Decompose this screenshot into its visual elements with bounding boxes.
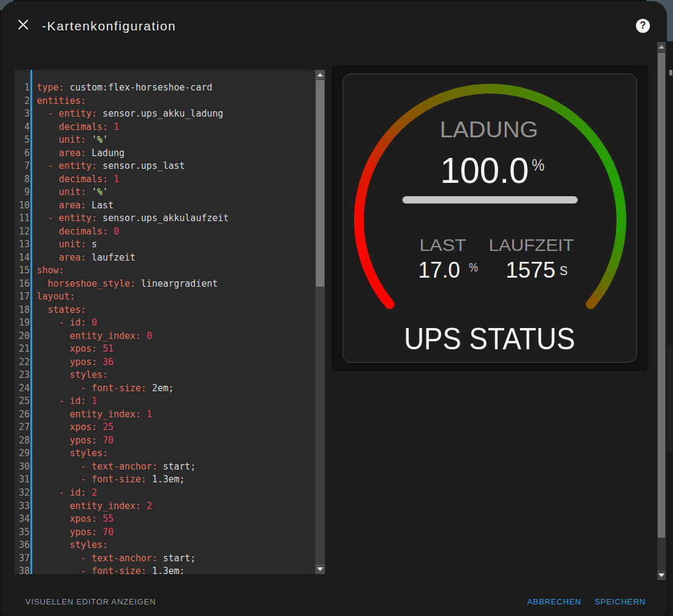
- code-line[interactable]: layout:: [37, 290, 229, 304]
- line-number: 8: [15, 173, 30, 187]
- yaml-code-editor[interactable]: 1234567891011121314151617181920212223242…: [15, 70, 325, 574]
- code-line[interactable]: - id: 2: [37, 487, 229, 500]
- editor-gutter-divider: [30, 70, 32, 574]
- card-preview-area: LADUNG 100.0 % LAST LAUFZEIT 17.0 % 1575…: [332, 65, 648, 371]
- card-title: UPS STATUS: [404, 321, 575, 356]
- line-number: 24: [15, 382, 30, 395]
- code-line[interactable]: xpos: 51: [37, 343, 229, 356]
- code-line[interactable]: states:: [37, 304, 229, 317]
- code-line[interactable]: xpos: 25: [37, 421, 229, 434]
- line-number: 16: [15, 278, 30, 291]
- code-line[interactable]: unit: '%': [37, 134, 229, 147]
- arrow-down-icon: [658, 573, 664, 577]
- code-line[interactable]: - font-size: 1.3em;: [37, 565, 229, 574]
- dialog-scrollbar[interactable]: [657, 42, 666, 580]
- code-line[interactable]: type: custom:flex-horseshoe-card: [37, 81, 229, 95]
- backdrop: [667, 41, 673, 616]
- dialog-scrollbar-thumb[interactable]: [658, 53, 665, 538]
- card-right-label: LAUFZEIT: [489, 236, 574, 255]
- code-line[interactable]: xpos: 55: [37, 513, 229, 526]
- line-number: 3: [15, 108, 30, 121]
- code-line[interactable]: show:: [37, 264, 229, 278]
- backdrop-card-edge: [667, 345, 673, 451]
- code-line[interactable]: - entity: sensor.ups_akkulaufzeit: [37, 212, 229, 225]
- code-line[interactable]: - text-anchor: start;: [37, 460, 229, 474]
- code-line[interactable]: entities:: [37, 95, 229, 108]
- code-line[interactable]: horseshoe_style: lineargradient: [37, 278, 229, 291]
- line-number: 22: [15, 356, 30, 369]
- line-number: 29: [15, 447, 30, 460]
- code-line[interactable]: - entity: sensor.ups_akku_ladung: [37, 108, 229, 121]
- code-line[interactable]: ypos: 70: [37, 526, 229, 539]
- line-number: 17: [15, 290, 30, 304]
- code-line[interactable]: area: Last: [37, 199, 229, 213]
- line-number: 21: [15, 343, 30, 356]
- dialog-scroll-down-button[interactable]: [657, 570, 666, 580]
- help-button[interactable]: ?: [635, 18, 651, 34]
- line-number: 25: [15, 395, 30, 408]
- code-line[interactable]: entity_index: 2: [37, 500, 229, 513]
- line-number: 23: [15, 369, 30, 382]
- close-icon: [16, 16, 32, 32]
- arrow-up-icon: [658, 45, 664, 49]
- line-number: 31: [15, 473, 30, 487]
- card-right-value: 1575: [506, 258, 556, 282]
- line-number: 13: [15, 238, 30, 252]
- backdrop-detail: [669, 70, 672, 75]
- dialog-scroll-up-button[interactable]: [657, 42, 666, 52]
- line-number: 32: [15, 487, 30, 500]
- code-line[interactable]: area: Ladung: [37, 147, 229, 160]
- card-main-value: 100.0: [440, 150, 529, 191]
- card-main-label: LADUNG: [440, 117, 538, 142]
- editor-scrollbar[interactable]: [315, 70, 325, 574]
- code-line[interactable]: - font-size: 2em;: [37, 382, 229, 395]
- line-number: 1: [15, 81, 30, 95]
- line-number: 34: [15, 513, 30, 526]
- close-button[interactable]: [16, 18, 30, 32]
- editor-scroll-down-button[interactable]: [315, 564, 325, 574]
- code-line[interactable]: ypos: 36: [37, 356, 229, 369]
- code-line[interactable]: decimals: 1: [37, 121, 229, 134]
- save-button[interactable]: SPEICHERN: [595, 597, 646, 606]
- line-number: 20: [15, 330, 30, 343]
- card-configuration-dialog: -Kartenkonfiguration ? 12345678910111213…: [1, 1, 667, 616]
- line-number: 9: [15, 186, 30, 199]
- code-line[interactable]: unit: s: [37, 238, 229, 252]
- line-number: 35: [15, 526, 30, 539]
- line-number: 27: [15, 421, 30, 434]
- code-line[interactable]: unit: '%': [37, 186, 229, 199]
- code-line[interactable]: styles:: [37, 539, 229, 552]
- code-line[interactable]: ypos: 70: [37, 434, 229, 448]
- line-number: 28: [15, 434, 30, 448]
- dialog-scrollbar-track[interactable]: [657, 538, 666, 570]
- code-line[interactable]: - id: 0: [37, 317, 229, 330]
- code-line[interactable]: - id: 1: [37, 395, 229, 408]
- line-number: 18: [15, 304, 30, 317]
- code-line[interactable]: decimals: 1: [37, 173, 229, 187]
- arrow-down-icon: [317, 567, 323, 571]
- line-number: 10: [15, 199, 30, 213]
- line-number: 6: [15, 147, 30, 160]
- code-line[interactable]: - font-size: 1.3em;: [37, 473, 229, 487]
- line-number: 14: [15, 252, 30, 265]
- code-line[interactable]: - text-anchor: start;: [37, 552, 229, 566]
- code-line[interactable]: entity_index: 1: [37, 408, 229, 422]
- code-line[interactable]: styles:: [37, 447, 229, 460]
- line-number: 7: [15, 160, 30, 173]
- code-line[interactable]: styles:: [37, 369, 229, 382]
- card-right-unit: s: [559, 261, 568, 279]
- code-line[interactable]: - entity: sensor.ups_last: [37, 160, 229, 173]
- line-number: 2: [15, 95, 30, 108]
- line-number: 4: [15, 121, 30, 134]
- editor-scroll-up-button[interactable]: [315, 70, 325, 80]
- code-line[interactable]: entity_index: 0: [37, 330, 229, 343]
- cancel-button[interactable]: ABBRECHEN: [527, 597, 581, 606]
- code-line[interactable]: area: laufzeit: [37, 252, 229, 265]
- editor-scrollbar-thumb[interactable]: [316, 80, 324, 287]
- editor-code[interactable]: type: custom:flex-horseshoe-cardentities…: [37, 81, 229, 574]
- show-visual-editor-button[interactable]: VISUELLEN EDITOR ANZEIGEN: [26, 597, 156, 606]
- line-number: 36: [15, 539, 30, 552]
- horseshoe-card[interactable]: LADUNG 100.0 % LAST LAUFZEIT 17.0 % 1575…: [343, 74, 637, 363]
- code-line[interactable]: decimals: 0: [37, 225, 229, 239]
- card-main-unit: %: [532, 156, 545, 174]
